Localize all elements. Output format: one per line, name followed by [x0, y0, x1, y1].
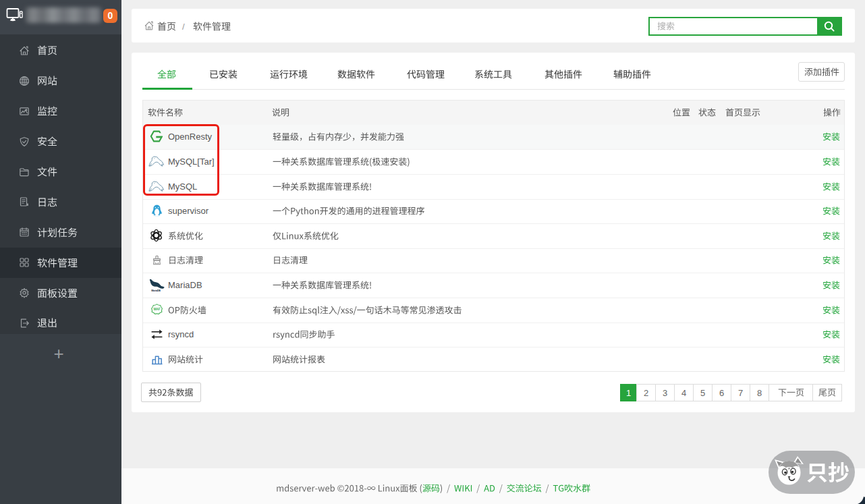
svg-text:WAF: WAF: [153, 308, 160, 311]
svg-text:MariaDB: MariaDB: [151, 290, 161, 293]
